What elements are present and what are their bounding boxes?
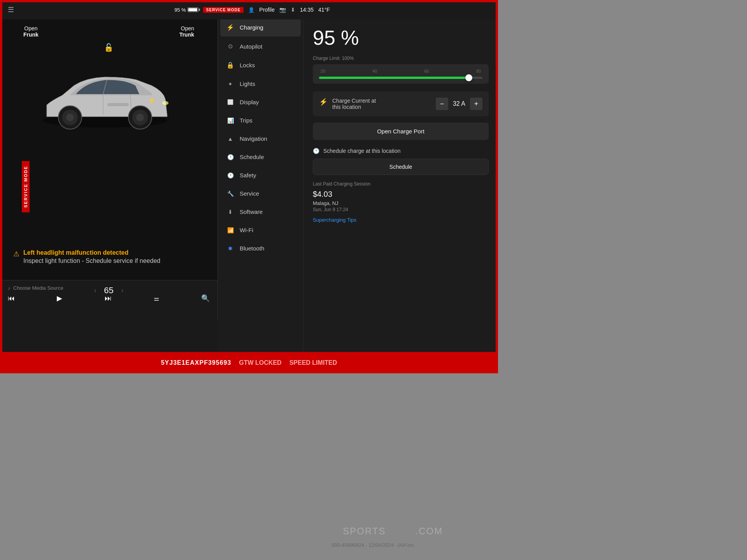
sidebar-item-display[interactable]: ⬜ Display <box>220 93 301 111</box>
clock-icon: 🕐 <box>313 148 319 154</box>
svg-point-10 <box>162 101 168 105</box>
last-session: Last Paid Charging Session $4.03 Malaga,… <box>313 181 489 223</box>
battery-bar <box>188 7 198 12</box>
svg-text:⚡: ⚡ <box>148 96 157 105</box>
locks-icon: 🔒 <box>226 61 234 69</box>
car-svg: ⚡ <box>31 51 179 144</box>
sidebar-item-label-service: Service <box>240 190 259 197</box>
settings-sidebar: 🔍 ⚡ Charging ⊙ Autopilot 🔒 Locks <box>218 0 303 373</box>
main-screen: SERVICE MODE ☰ 95 % SERVICE MODE 👤 Profi… <box>0 0 498 373</box>
car-illustration-container: ⚡ <box>31 51 187 152</box>
charge-current-controls: − 32 A + <box>436 98 482 110</box>
open-frunk-label[interactable]: Open Frunk <box>23 25 39 38</box>
bluetooth-icon: ✱ <box>226 245 234 252</box>
sidebar-item-label-autopilot: Autopilot <box>240 43 262 50</box>
open-trunk-label[interactable]: Open Trunk <box>179 25 194 38</box>
charge-slider[interactable] <box>319 77 482 79</box>
charging-content: 95 % Charge Limit: 100% 20 40 60 80 <box>303 18 498 231</box>
increase-charge-button[interactable]: + <box>470 98 482 110</box>
warning-icon: ⚠ <box>13 250 19 258</box>
open-charge-port-button[interactable]: Open Charge Port <box>313 122 489 140</box>
slider-label-80: 80 <box>476 69 481 74</box>
sidebar-item-label-safety: Safety <box>240 172 256 178</box>
supercharging-tips-link[interactable]: Supercharging Tips <box>313 217 489 223</box>
left-panel: Open Frunk Open Trunk 🔓 <box>0 0 218 319</box>
sidebar-item-wifi[interactable]: 📶 Wi-Fi <box>220 221 301 239</box>
sidebar-item-label-charging: Charging <box>240 24 263 31</box>
svg-point-9 <box>136 114 144 121</box>
slider-thumb[interactable] <box>465 74 472 81</box>
right-panel: 🔍 ⚡ Charging ⊙ Autopilot 🔒 Locks <box>218 0 498 373</box>
sidebar-item-label-lights: Lights <box>240 80 255 87</box>
session-amount: $4.03 <box>313 190 489 199</box>
equalizer-icon[interactable]: ⚌ <box>154 295 159 302</box>
navigation-icon: ▲ <box>226 136 234 142</box>
sidebar-item-autopilot[interactable]: ⊙ Autopilot <box>220 37 301 55</box>
speed-display: 65 <box>104 285 113 296</box>
sidebar-item-locks[interactable]: 🔒 Locks <box>220 56 301 74</box>
battery-percent: 95 % <box>174 7 186 13</box>
charge-current-line2: this location <box>332 104 376 110</box>
sidebar-item-label-bluetooth: Bluetooth <box>240 245 264 252</box>
lights-icon: ✦ <box>226 81 234 87</box>
schedule-label-text: Schedule charge at this location <box>323 148 400 154</box>
charge-limit-label: Charge Limit: 100% <box>313 56 489 61</box>
sidebar-item-trips[interactable]: 📊 Trips <box>220 112 301 129</box>
warning-box: ⚠ Left headlight malfunction detected In… <box>8 245 210 268</box>
status-bar: ☰ 95 % SERVICE MODE 👤 Profile 📷 ⬇ 14:35 … <box>0 0 498 19</box>
charge-current-section: ⚡ Charge Current at this location − 32 A… <box>313 91 489 116</box>
time-display: 14:35 <box>300 7 314 13</box>
speed-forward-arrow[interactable]: › <box>121 287 123 294</box>
speed-back-arrow[interactable]: ‹ <box>94 287 96 294</box>
charge-current-icon: ⚡ <box>319 98 328 106</box>
sidebar-item-charging[interactable]: ⚡ Charging <box>220 18 301 37</box>
profile-label[interactable]: Profile <box>259 7 275 13</box>
car-labels: Open Frunk Open Trunk <box>0 25 217 38</box>
sidebar-item-schedule[interactable]: 🕐 Schedule <box>220 148 301 166</box>
charge-percentage: 95 % <box>313 26 489 49</box>
warning-text: Left headlight malfunction detected Insp… <box>23 249 160 264</box>
display-icon: ⬜ <box>226 99 234 105</box>
sidebar-item-navigation[interactable]: ▲ Navigation <box>220 130 301 147</box>
session-date: Sun, Jun 9 17:24 <box>313 207 489 212</box>
nav-list: ⚡ Charging ⊙ Autopilot 🔒 Locks ✦ Lights … <box>218 18 303 257</box>
speed-limited-label: SPEED LIMITED <box>289 359 337 366</box>
sidebar-item-service[interactable]: 🔧 Service <box>220 185 301 202</box>
sidebar-item-lights[interactable]: ✦ Lights <box>220 75 301 93</box>
charge-limit-section: Charge Limit: 100% 20 40 60 80 <box>313 56 489 84</box>
camera-icon: 📷 <box>279 7 286 13</box>
charge-amount-display: 32 A <box>453 100 465 107</box>
charge-current-line1: Charge Current at <box>332 98 376 104</box>
slider-label-40: 40 <box>372 69 377 74</box>
charge-current-info: ⚡ Charge Current at this location <box>319 98 376 110</box>
schedule-button[interactable]: Schedule <box>313 159 489 175</box>
warning-desc: Inspect light function - Schedule servic… <box>23 257 160 264</box>
battery-fill <box>188 8 197 11</box>
sidebar-item-label-navigation: Navigation <box>240 135 267 142</box>
status-bar-center: 95 % SERVICE MODE 👤 Profile 📷 ⬇ 14:35 41… <box>174 7 330 13</box>
slider-label-60: 60 <box>424 69 429 74</box>
sidebar-item-software[interactable]: ⬇ Software <box>220 203 301 220</box>
sidebar-item-safety[interactable]: 🕐 Safety <box>220 166 301 184</box>
wifi-icon: 📶 <box>226 227 234 233</box>
bottom-status-bar: 5YJ3E1EAXPF395693 GTW LOCKED SPEED LIMIT… <box>0 352 498 373</box>
decrease-charge-button[interactable]: − <box>436 98 448 110</box>
sidebar-item-label-display: Display <box>240 99 259 105</box>
main-content: 👤 Profile ⬇ 🔒 🔔 📶 LTE <box>303 0 498 373</box>
service-mode-side-label: SERVICE MODE <box>22 161 30 212</box>
sidebar-item-label-wifi: Wi-Fi <box>240 227 253 233</box>
download-icon-top: ⬇ <box>291 7 295 13</box>
service-mode-badge: SERVICE MODE <box>203 7 244 13</box>
sidebar-item-label-locks: Locks <box>240 62 255 68</box>
session-location: Malaga, NJ <box>313 200 489 206</box>
gtw-locked-label: GTW LOCKED <box>239 359 281 366</box>
svg-point-6 <box>66 114 74 121</box>
charging-icon: ⚡ <box>226 24 234 31</box>
menu-icon[interactable]: ☰ <box>8 5 14 14</box>
slider-label-20: 20 <box>321 69 325 74</box>
sidebar-item-bluetooth[interactable]: ✱ Bluetooth <box>220 240 301 257</box>
sidebar-item-label-software: Software <box>240 208 263 215</box>
schedule-icon: 🕐 <box>226 154 234 160</box>
charge-current-text: Charge Current at this location <box>332 98 376 110</box>
slider-labels: 20 40 60 80 <box>319 69 482 74</box>
